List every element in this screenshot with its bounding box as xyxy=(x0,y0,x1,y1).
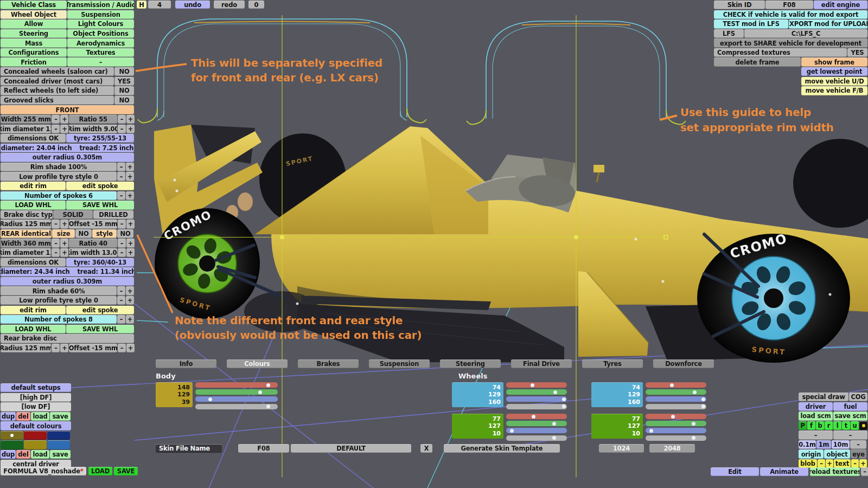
wheel-red-slider[interactable] xyxy=(646,382,706,388)
rear-width-plus[interactable]: + xyxy=(60,239,68,247)
wheel-blue-slider[interactable] xyxy=(506,428,567,433)
origin-button[interactable]: origin xyxy=(799,450,824,458)
wheel-red-slider[interactable] xyxy=(506,382,567,388)
front-width-minus[interactable]: – xyxy=(52,115,60,124)
grid-scale-01m-button[interactable]: 0.1m xyxy=(799,440,816,449)
grid-scale-dash-button[interactable]: – xyxy=(850,440,866,449)
vehicle-save-button[interactable]: SAVE xyxy=(114,467,138,476)
setup-high-df-button[interactable]: [high DF] xyxy=(1,393,71,402)
vehicle-name-field[interactable]: FORMULA V8_noshade * xyxy=(1,467,86,476)
colour-del-button[interactable]: del xyxy=(16,450,30,459)
rear-rim-diameter-minus[interactable]: – xyxy=(52,248,60,257)
default-colours-button[interactable]: default colours xyxy=(1,421,71,430)
vehicle-load-button[interactable]: LOAD xyxy=(88,467,112,476)
rear-brake-offset-minus[interactable]: – xyxy=(118,344,126,352)
frame-count[interactable]: 4 xyxy=(148,1,171,9)
text-plus[interactable]: + xyxy=(859,459,867,468)
rear-low-profile-plus[interactable]: + xyxy=(126,296,134,305)
eye-button[interactable]: eye xyxy=(851,450,866,458)
redo-button[interactable]: redo xyxy=(214,1,245,9)
rear-spokes-plus[interactable]: + xyxy=(126,315,134,324)
toggle-reflect-wheels-value[interactable]: NO xyxy=(114,86,134,95)
text-size-label[interactable]: text xyxy=(834,459,851,468)
current-colour-dot-button[interactable] xyxy=(859,421,867,430)
front-low-profile-plus[interactable]: + xyxy=(126,172,134,181)
rear-low-profile[interactable]: Low profile tyre style 0 xyxy=(1,296,117,305)
check-vehicle-button[interactable]: CHECK if vehicle is valid for mod export xyxy=(714,10,867,19)
colour-preset-4[interactable] xyxy=(1,440,23,449)
text-minus[interactable]: – xyxy=(851,459,859,468)
show-frame-button[interactable]: show frame xyxy=(801,57,867,66)
rear-ratio-minus[interactable]: – xyxy=(118,239,126,247)
front-low-profile[interactable]: Low profile tyre style 0 xyxy=(1,172,117,181)
toggle-concealed-wheels-value[interactable]: NO xyxy=(114,67,134,76)
front-rim-diameter-minus[interactable]: – xyxy=(52,125,60,133)
delete-frame-button[interactable]: delete frame xyxy=(714,57,801,66)
brake-solid-button[interactable]: SOLID xyxy=(53,210,93,219)
history-toggle-button[interactable]: H xyxy=(137,1,146,9)
brake-radius[interactable]: Radius 125 mm xyxy=(1,220,51,228)
fuel-button[interactable]: fuel xyxy=(833,402,867,411)
skin-name-field[interactable]: DEFAULT xyxy=(291,444,411,453)
front-rim-width-plus[interactable]: + xyxy=(126,125,135,133)
menu-steering[interactable]: Steering xyxy=(1,29,67,38)
rear-brake-offset[interactable]: Offset -15 mm xyxy=(69,344,117,352)
front-ratio-minus[interactable]: – xyxy=(118,115,126,124)
wheel-colour-swatch[interactable]: 77 127 10 xyxy=(591,414,643,439)
colour-save-button[interactable]: save xyxy=(50,450,71,459)
toggle-concealed-driver-value[interactable]: YES xyxy=(114,77,134,86)
reload-dash-button[interactable]: – xyxy=(861,467,868,476)
move-vehicle-ud-button[interactable]: move vehicle U/D xyxy=(801,77,867,86)
reload-textures-button[interactable]: reload textures xyxy=(810,467,860,476)
rear-width[interactable]: Width 360 mm xyxy=(1,239,51,247)
grid-scale-10m-button[interactable]: 10m xyxy=(832,440,850,449)
rear-rim-diameter[interactable]: Rim diameter 13 xyxy=(1,248,51,257)
wheel-red-slider[interactable] xyxy=(506,414,567,419)
rear-edit-spoke-button[interactable]: edit spoke xyxy=(66,306,134,314)
skin-res-1024-button[interactable]: 1024 xyxy=(599,444,644,453)
generate-skin-template-button[interactable]: Generate Skin Template xyxy=(444,444,560,453)
view-t-button[interactable]: t xyxy=(842,421,850,430)
brake-radius-minus[interactable]: – xyxy=(52,220,60,228)
front-edit-spoke-button[interactable]: edit spoke xyxy=(66,182,134,190)
rear-brake-radius-minus[interactable]: – xyxy=(52,344,60,352)
menu-allow[interactable]: Allow xyxy=(1,20,67,28)
menu-light-colours[interactable]: Light Colours xyxy=(67,20,134,28)
wheel-bright-slider[interactable] xyxy=(646,435,706,441)
rear-rim-width[interactable]: Rim width 13.00 xyxy=(69,248,117,257)
skin-id-field[interactable]: F08 xyxy=(238,444,289,453)
tab-info[interactable]: Info xyxy=(156,359,216,368)
tab-final-drive[interactable]: Final Drive xyxy=(511,359,572,368)
colour-load-button[interactable]: load xyxy=(31,450,49,459)
wheel-bright-slider[interactable] xyxy=(506,435,567,441)
object-button[interactable]: object xyxy=(824,450,850,458)
skin-id-label[interactable]: Skin ID xyxy=(714,1,765,9)
view-p-button[interactable]: P xyxy=(799,421,807,430)
front-rim-diameter-plus[interactable]: + xyxy=(60,125,68,133)
skin-clear-button[interactable]: X xyxy=(420,444,432,453)
setup-low-df-button[interactable]: [low DF] xyxy=(1,402,71,411)
tab-colours[interactable]: Colours xyxy=(227,359,288,368)
front-rim-width-minus[interactable]: – xyxy=(118,125,126,133)
front-width[interactable]: Width 255 mm xyxy=(1,115,51,124)
body-green-slider[interactable] xyxy=(195,389,278,395)
rear-rim-width-plus[interactable]: + xyxy=(126,248,135,257)
rear-brake-radius[interactable]: Radius 125 mm xyxy=(1,344,51,352)
rear-ratio-plus[interactable]: + xyxy=(126,239,135,247)
rear-spokes[interactable]: Number of spokes 8 xyxy=(1,315,117,324)
front-ratio-plus[interactable]: + xyxy=(126,115,135,124)
brake-offset-minus[interactable]: – xyxy=(118,220,126,228)
wheel-green-slider[interactable] xyxy=(506,389,567,395)
rear-rim-width-minus[interactable]: – xyxy=(118,248,126,257)
export-mod-button[interactable]: EXPORT mod for UPLOAD xyxy=(789,20,867,28)
share-vehicle-button[interactable]: export to SHARE vehicle for development xyxy=(714,38,867,47)
body-blue-slider[interactable] xyxy=(195,396,278,402)
rear-rim-shade-plus[interactable]: + xyxy=(126,286,134,295)
menu-configurations[interactable]: Configurations xyxy=(1,48,67,57)
grid-scale-1m-button[interactable]: 1m xyxy=(816,440,831,449)
wheel-red-slider[interactable] xyxy=(646,414,706,419)
wheel-green-slider[interactable] xyxy=(646,389,706,395)
animate-mode-button[interactable]: Animate xyxy=(760,467,808,476)
rear-edit-rim-button[interactable]: edit rim xyxy=(1,306,66,314)
front-rim-shade-minus[interactable]: – xyxy=(117,163,125,171)
